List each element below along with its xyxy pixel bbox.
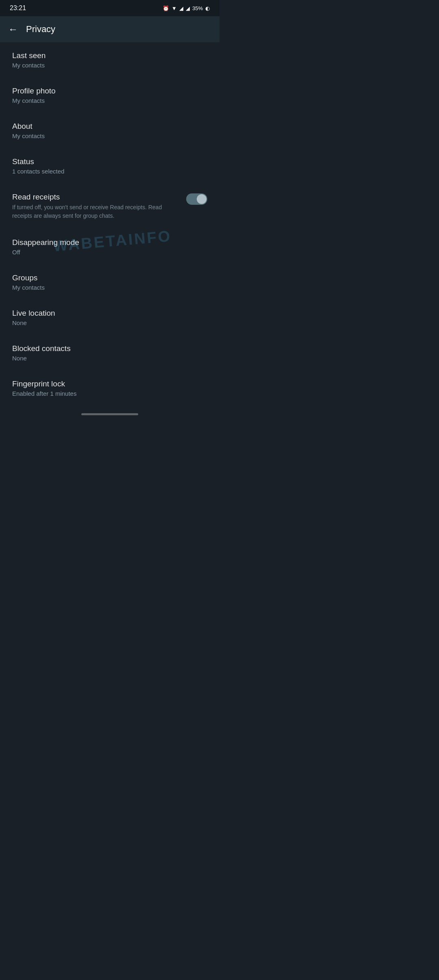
profile-photo-label: Profile photo [12,87,207,95]
read-receipts-toggle-container [186,193,207,205]
settings-item-read-receipts-text: Read receipts If turned off, you won't s… [12,193,180,220]
settings-item-live-location-text: Live location None [12,309,207,326]
groups-label: Groups [12,273,207,282]
page-title: Privacy [26,24,55,35]
status-bar: 23:21 ⏰ ▼ ◢ ◢ 35% ◐ [0,0,220,16]
disappearing-mode-sublabel: Off [12,249,207,256]
settings-item-groups[interactable]: Groups My contacts [0,265,220,300]
settings-item-profile-photo[interactable]: Profile photo My contacts [0,78,220,113]
status-label: Status [12,157,207,166]
blocked-contacts-label: Blocked contacts [12,344,207,353]
back-button[interactable]: ← [8,24,18,35]
nav-home-indicator [81,413,138,415]
status-sublabel: 1 contacts selected [12,168,207,175]
settings-item-disappearing-mode[interactable]: Disappearing mode Off WABETAINFO [0,229,220,265]
signal-icon-1: ◢ [179,5,183,11]
app-bar: ← Privacy [0,16,220,42]
groups-sublabel: My contacts [12,284,207,291]
fingerprint-lock-sublabel: Enabled after 1 minutes [12,390,207,397]
about-sublabel: My contacts [12,132,207,139]
settings-item-blocked-contacts[interactable]: Blocked contacts None [0,335,220,371]
fingerprint-lock-label: Fingerprint lock [12,379,207,388]
read-receipts-label: Read receipts [12,193,180,202]
battery-icon: ◐ [205,5,210,11]
live-location-label: Live location [12,309,207,318]
settings-list: Last seen My contacts Profile photo My c… [0,42,220,406]
settings-item-fingerprint-lock-text: Fingerprint lock Enabled after 1 minutes [12,379,207,397]
read-receipts-toggle[interactable] [186,193,207,205]
settings-item-live-location[interactable]: Live location None [0,300,220,335]
settings-item-last-seen-text: Last seen My contacts [12,51,207,69]
battery-indicator: 35% [192,5,203,11]
wifi-icon: ▼ [172,5,177,11]
settings-item-status[interactable]: Status 1 contacts selected [0,148,220,184]
last-seen-label: Last seen [12,51,207,60]
settings-item-profile-photo-text: Profile photo My contacts [12,87,207,104]
disappearing-mode-label: Disappearing mode [12,238,207,247]
alarm-icon: ⏰ [163,5,169,11]
live-location-sublabel: None [12,319,207,326]
settings-item-about-text: About My contacts [12,122,207,139]
settings-item-groups-text: Groups My contacts [12,273,207,291]
profile-photo-sublabel: My contacts [12,97,207,104]
toggle-knob [197,194,206,204]
settings-item-disappearing-mode-text: Disappearing mode Off [12,238,207,256]
settings-item-about[interactable]: About My contacts [0,113,220,148]
signal-icon-2: ◢ [186,5,190,11]
last-seen-sublabel: My contacts [12,62,207,69]
settings-item-read-receipts[interactable]: Read receipts If turned off, you won't s… [0,184,220,229]
blocked-contacts-sublabel: None [12,355,207,362]
status-time: 23:21 [10,4,26,12]
about-label: About [12,122,207,131]
settings-item-blocked-contacts-text: Blocked contacts None [12,344,207,362]
settings-item-last-seen[interactable]: Last seen My contacts [0,42,220,78]
settings-item-fingerprint-lock[interactable]: Fingerprint lock Enabled after 1 minutes [0,371,220,406]
status-icons: ⏰ ▼ ◢ ◢ 35% ◐ [163,5,210,11]
read-receipts-sublabel: If turned off, you won't send or receive… [12,203,167,220]
settings-item-status-text: Status 1 contacts selected [12,157,207,175]
